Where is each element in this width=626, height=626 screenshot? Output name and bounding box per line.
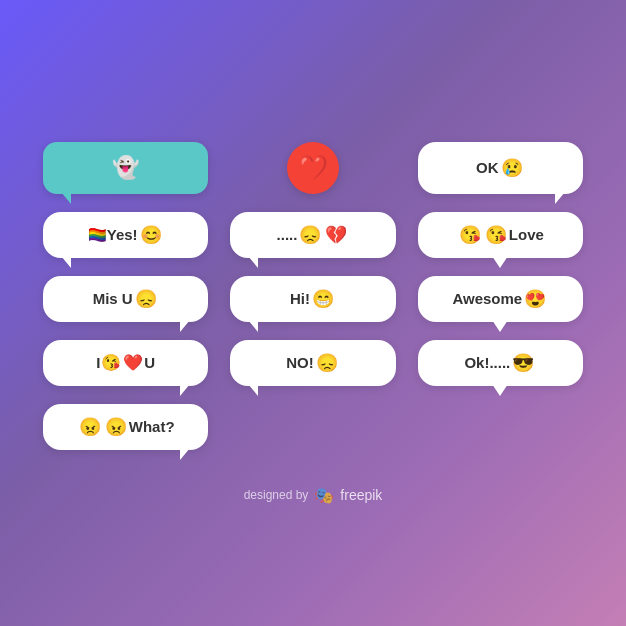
bubble-what: 😠 😠 What? xyxy=(43,404,208,450)
footer-brand: freepik xyxy=(340,487,382,503)
bubble-love-emoji1: 😘 xyxy=(459,224,481,246)
bubble-awesome: Awesome 😍 xyxy=(418,276,583,322)
bubble-no-text: NO! xyxy=(286,354,314,371)
bubble-ok2-text: Ok!..... xyxy=(464,354,510,371)
bubble-awesome-text: Awesome xyxy=(452,290,522,307)
footer: designed by 🎭 freepik xyxy=(244,486,383,505)
bubble-hi-text: Hi! xyxy=(290,290,310,307)
bubble-misu-text: Mis U xyxy=(93,290,133,307)
bubble-awesome-emoji: 😍 xyxy=(524,288,546,310)
bubble-what-emoji2: 😠 xyxy=(105,416,127,438)
ghost-emoji: 👻 xyxy=(112,155,139,181)
bubble-ok: OK 😢 xyxy=(418,142,583,194)
bubble-no: NO! 😞 xyxy=(230,340,395,386)
bubble-ok-emoji: 😢 xyxy=(501,157,523,179)
footer-designed-by: designed by xyxy=(244,488,309,502)
bubble-dots-emoji1: 😞 xyxy=(299,224,321,246)
bubble-dots-emoji2: 💔 xyxy=(325,224,347,246)
bubble-misu-emoji: 😞 xyxy=(135,288,157,310)
bubble-ilu-u: U xyxy=(144,354,155,371)
bubble-yes-text: 🏳️‍🌈Yes! xyxy=(88,226,138,244)
freepik-icon: 🎭 xyxy=(314,486,334,505)
bubble-ilu-emoji2: ❤️ xyxy=(123,353,143,372)
bubble-ghost: 👻 xyxy=(43,142,208,194)
bubble-grid: 👻 ❤️ OK 😢 🏳️‍🌈Yes! 😊 ..... 😞 💔 😘 😘 Love … xyxy=(23,122,603,470)
bubble-love-text: Love xyxy=(509,226,544,243)
bubble-dots: ..... 😞 💔 xyxy=(230,212,395,258)
bubble-yes-emoji: 😊 xyxy=(140,224,162,246)
bubble-ok-text: OK xyxy=(476,159,499,176)
bubble-no-emoji: 😞 xyxy=(316,352,338,374)
heart-emoji: ❤️ xyxy=(298,154,328,182)
bubble-love: 😘 😘 Love xyxy=(418,212,583,258)
bubble-ok2: Ok!..... 😎 xyxy=(418,340,583,386)
bubble-misu: Mis U 😞 xyxy=(43,276,208,322)
bubble-ok2-emoji: 😎 xyxy=(512,352,534,374)
bubble-what-text: What? xyxy=(129,418,175,435)
bubble-dots-text: ..... xyxy=(277,226,298,243)
bubble-what-emoji1: 😠 xyxy=(79,416,101,438)
bubble-hi-emoji: 😁 xyxy=(312,288,334,310)
bubble-ilu: I 😘 ❤️ U xyxy=(43,340,208,386)
bubble-yes: 🏳️‍🌈Yes! 😊 xyxy=(43,212,208,258)
bubble-hi: Hi! 😁 xyxy=(230,276,395,322)
bubble-love-emoji2: 😘 xyxy=(485,224,507,246)
bubble-ilu-i: I xyxy=(96,354,100,371)
bubble-ilu-emoji1: 😘 xyxy=(101,353,121,372)
bubble-heart: ❤️ xyxy=(287,142,339,194)
